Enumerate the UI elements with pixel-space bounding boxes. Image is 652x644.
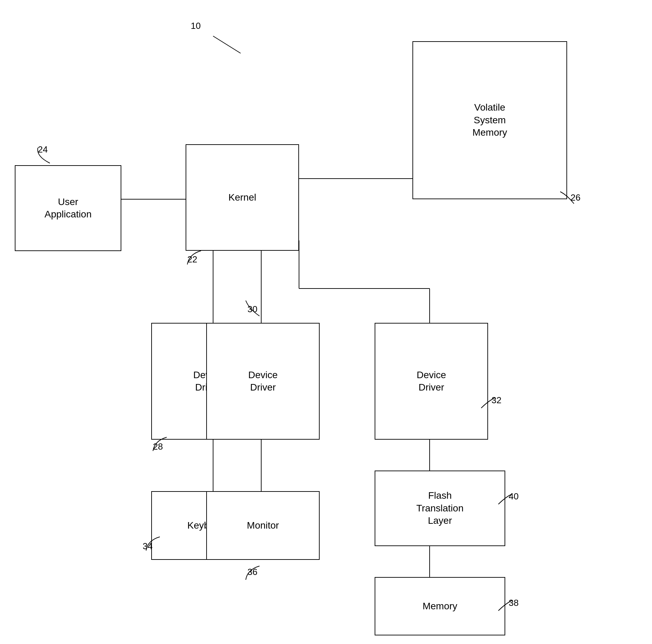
device-driver-mid-label: DeviceDriver — [248, 369, 278, 394]
device-driver-mid-box: DeviceDriver — [206, 323, 320, 440]
device-driver-right-box: DeviceDriver — [375, 323, 488, 440]
ref-36-arc — [242, 563, 263, 614]
diagram: 10 UserApplication 24 Kernel 22 Volatile… — [0, 0, 652, 644]
flash-translation-label: FlashTranslationLayer — [416, 489, 463, 527]
memory-label: Memory — [422, 600, 457, 612]
volatile-memory-box: VolatileSystemMemory — [412, 41, 567, 199]
monitor-box: Monitor — [206, 491, 320, 560]
diagram-ref-10: 10 — [191, 21, 201, 31]
ref-24-arc — [33, 146, 53, 167]
kernel-label: Kernel — [229, 191, 256, 204]
ref-34-arc — [143, 533, 163, 585]
ref-38-arc — [495, 597, 598, 644]
svg-line-0 — [213, 36, 241, 53]
monitor-label: Monitor — [247, 519, 279, 532]
kernel-box: Kernel — [186, 144, 299, 251]
device-driver-right-label: DeviceDriver — [417, 369, 446, 394]
user-application-label: UserApplication — [45, 196, 92, 221]
ref-22-arc — [184, 247, 205, 268]
flash-translation-box: FlashTranslationLayer — [375, 471, 505, 546]
ref-40-arc — [495, 490, 598, 542]
ref-26-arc — [557, 188, 577, 209]
ref-32-arc — [478, 394, 498, 446]
ref-30-arc — [242, 299, 263, 319]
user-application-box: UserApplication — [15, 165, 121, 251]
volatile-memory-label: VolatileSystemMemory — [472, 101, 507, 139]
ref-28-arc — [150, 434, 170, 454]
memory-box: Memory — [375, 577, 505, 635]
